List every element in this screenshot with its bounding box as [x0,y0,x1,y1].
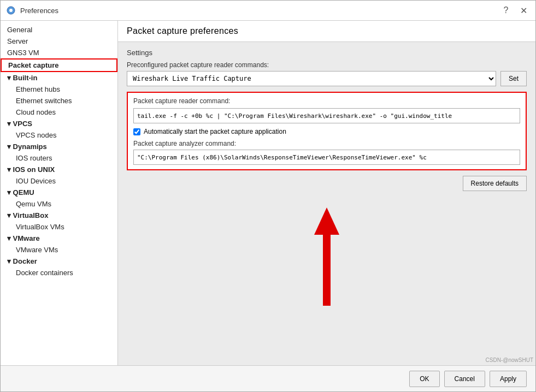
svg-point-1 [9,9,13,12]
sidebar-item-ethernet-switches[interactable]: Ethernet switches [1,95,117,106]
sidebar-item-cloud-nodes[interactable]: Cloud nodes [1,106,117,118]
svg-marker-4 [314,207,339,235]
cancel-button[interactable]: Cancel [444,371,485,387]
reader-command-input[interactable] [133,108,520,123]
sidebar-item-packet-capture[interactable]: Packet capture [1,58,117,72]
restore-defaults-row: Restore defaults [127,176,527,191]
window-title: Preferences [20,7,58,15]
capture-reader-dropdown[interactable]: Wireshark Live Traffic Capture [127,71,496,86]
sidebar-item-general[interactable]: General [1,24,117,35]
sidebar-item-vmware[interactable]: ▾ VMware [1,233,117,244]
title-bar-controls: ? ✕ [499,4,530,17]
sidebar-item-vmware-vms[interactable]: VMware VMs [1,244,117,256]
sidebar-item-vpcs[interactable]: ▾ VPCS [1,118,117,129]
analyzer-command-input[interactable] [133,150,520,165]
sidebar-item-vpcs-nodes[interactable]: VPCS nodes [1,129,117,141]
auto-start-checkbox[interactable] [133,128,140,135]
app-icon [6,5,16,15]
sidebar-item-dynamips[interactable]: ▾ Dynamips [1,141,117,152]
sidebar: GeneralServerGNS3 VMPacket capture▾ Buil… [1,21,118,365]
reader-box: Packet capture reader command: Automatic… [127,92,527,170]
sidebar-item-docker[interactable]: ▾ Docker [1,256,117,267]
panel-header: Packet capture preferences [118,21,535,42]
reader-section-label: Packet capture reader command: [133,97,520,105]
sidebar-item-qemu[interactable]: ▾ QEMU [1,187,117,198]
sidebar-item-built-in[interactable]: ▾ Built-in [1,72,117,84]
up-arrow-svg [310,202,343,311]
ok-button[interactable]: OK [409,371,439,387]
sidebar-item-ethernet-hubs[interactable]: Ethernet hubs [1,84,117,95]
sidebar-item-iou-devices[interactable]: IOU Devices [1,175,117,187]
analyzer-label: Packet capture analyzer command: [133,140,520,147]
title-bar-left: Preferences [6,5,58,15]
preferences-window: Preferences ? ✕ GeneralServerGNS3 VMPack… [0,0,536,392]
apply-button[interactable]: Apply [490,371,527,387]
right-panel: Packet capture preferences Settings Prec… [118,21,535,365]
sidebar-item-server[interactable]: Server [1,35,117,47]
help-button[interactable]: ? [499,4,513,17]
main-content: GeneralServerGNS3 VMPacket capture▾ Buil… [1,21,535,365]
sidebar-item-qemu-vms[interactable]: Qemu VMs [1,198,117,210]
sidebar-item-virtualbox-vms[interactable]: VirtualBox VMs [1,221,117,233]
bottom-bar: OK Cancel Apply [1,365,535,391]
arrow-annotation [127,202,527,311]
preconfigured-label: Preconfigured packet capture reader comm… [127,61,527,69]
sidebar-item-gns3vm[interactable]: GNS3 VM [1,47,117,58]
watermark: CSDN-@nowSHUT [486,357,533,363]
sidebar-item-ios-routers[interactable]: IOS routers [1,152,117,164]
panel-body: Settings Preconfigured packet capture re… [118,42,535,365]
panel-title: Packet capture preferences [127,26,527,36]
title-bar: Preferences ? ✕ [1,1,535,21]
set-button[interactable]: Set [500,71,527,86]
auto-start-label: Automatically start the packet capture a… [144,128,286,135]
dropdown-row: Wireshark Live Traffic Capture Set [127,71,527,86]
settings-label: Settings [127,49,527,57]
restore-defaults-button[interactable]: Restore defaults [463,176,527,191]
auto-start-row: Automatically start the packet capture a… [133,128,520,135]
sidebar-item-virtualbox[interactable]: ▾ VirtualBox [1,210,117,221]
sidebar-item-docker-containers[interactable]: Docker containers [1,267,117,278]
sidebar-item-ios-on-unix[interactable]: ▾ IOS on UNIX [1,164,117,175]
close-button[interactable]: ✕ [517,4,530,17]
